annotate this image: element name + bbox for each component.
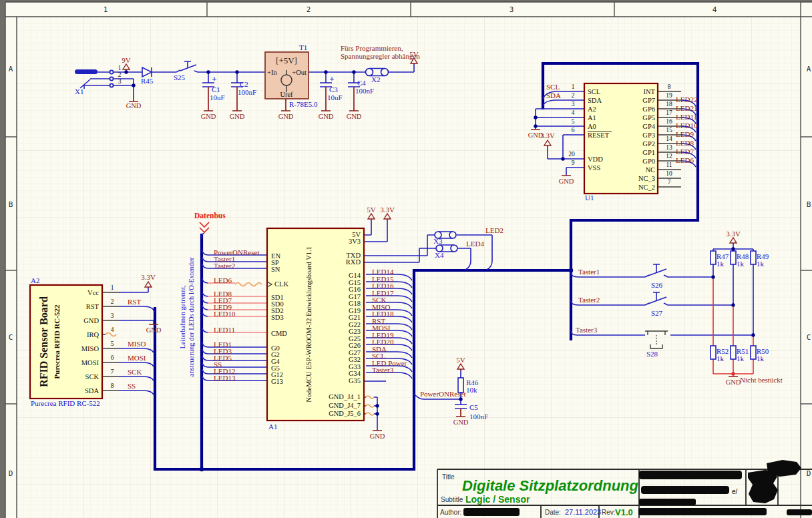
designator-s25[interactable]: S25 [174, 73, 186, 81]
gnd-rfid[interactable]: GND [146, 326, 162, 334]
netlabel-led11-u1[interactable]: LED11 [676, 113, 697, 121]
gnd-c3[interactable]: GND [319, 113, 334, 120]
netlabel-led4[interactable]: LED4 [466, 240, 484, 248]
netlabel-led6-u1[interactable]: LED6 [676, 156, 694, 164]
netlabel-mosi-rfid[interactable]: MOSI [128, 354, 146, 362]
netlabel-sck-rfid[interactable]: SCK [128, 368, 142, 376]
flag-5v-main[interactable]: 5V [409, 50, 419, 58]
designator-s26[interactable]: S26 [651, 281, 663, 289]
titleblock-date[interactable]: 27.11.2023 [565, 508, 601, 516]
designator-a2[interactable]: A2 [31, 276, 39, 284]
value-r50[interactable]: 1k [757, 354, 765, 362]
netlabel-led8-u1[interactable]: LED8 [676, 139, 694, 147]
designator-a1[interactable]: A1 [268, 423, 277, 431]
gnd-c1[interactable]: GND [201, 113, 216, 120]
value-r46[interactable]: 10k [466, 386, 477, 394]
value-r48[interactable]: 1k [737, 260, 745, 268]
designator-c1[interactable]: C1 [212, 85, 220, 93]
gnd-esp[interactable]: GND [370, 433, 385, 440]
netlabel-led2[interactable]: LED2 [485, 226, 503, 234]
designator-x4[interactable]: X4 [435, 251, 444, 259]
gnd-taster[interactable]: GND [726, 378, 741, 386]
flag-5v-r46[interactable]: 5V [456, 356, 465, 364]
designator-c2[interactable]: C2 [240, 80, 248, 88]
resistor-r52[interactable] [710, 346, 716, 359]
flag-3v3-taster[interactable]: 3.3V [726, 230, 741, 238]
designator-s28[interactable]: S28 [646, 350, 658, 358]
titleblock-rev[interactable]: V1.0 [615, 507, 633, 517]
note-programming-1[interactable]: Fürs Programmieren, [341, 44, 403, 52]
gnd-c4[interactable]: GND [347, 113, 362, 120]
designator-t1[interactable]: T1 [299, 43, 307, 51]
designator-x3[interactable]: X3 [433, 237, 443, 245]
netlabel-led10-u1[interactable]: LED10 [676, 121, 698, 130]
value-r52[interactable]: 1k [717, 354, 725, 362]
resistor-r50[interactable] [751, 346, 756, 359]
titleblock-title[interactable]: Digitale Sitzplatzordnung [462, 477, 639, 494]
note-datenbus[interactable]: Datenbus [194, 212, 226, 220]
note-nicht-bestueckt[interactable]: Nicht bestückt [740, 376, 783, 384]
gnd-u1-vss[interactable]: GND [559, 178, 574, 185]
titleblock-subtitle[interactable]: Logic / Sensor [465, 494, 530, 505]
resistor-r47[interactable] [710, 251, 716, 264]
u1-pin-a0: A0 [588, 123, 596, 130]
netlabel-sda[interactable]: SDA [546, 91, 561, 99]
netlabel-taster3-a1[interactable]: Taster3 [372, 366, 394, 374]
value-t1[interactable]: R-78E5.0 [289, 100, 318, 108]
value-r47[interactable]: 1k [717, 260, 725, 268]
netlabel-miso-rfid[interactable]: MISO [128, 340, 146, 348]
netlabel-led22[interactable]: LED22 [676, 95, 697, 103]
value-c3[interactable]: 10uF [327, 93, 343, 101]
designator-u1[interactable]: U1 [585, 194, 594, 202]
gnd-c5[interactable]: GND [453, 419, 469, 426]
titleblock-title-label: Title [442, 473, 455, 481]
flag-3v3-rfid[interactable]: 3.3V [141, 273, 156, 281]
netlabel-led13[interactable]: LED13 [214, 374, 236, 382]
netlabel-scl[interactable]: SCL [546, 83, 560, 91]
value-c2[interactable]: 100nF [238, 88, 256, 96]
designator-r45[interactable]: R45 [141, 77, 154, 85]
netlabel-rst-rfid[interactable]: RST [128, 298, 141, 306]
flag-3v3-esp[interactable]: 3.3V [380, 206, 395, 214]
titleblock-date-label: Date: [545, 509, 561, 516]
gnd-x1[interactable]: GND [126, 102, 142, 109]
gnd-t1[interactable]: GND [278, 113, 294, 120]
netlabel-taster1[interactable]: Taster1 [578, 268, 600, 276]
netlabel-led21[interactable]: LED21 [676, 104, 697, 112]
designator-c3[interactable]: C3 [329, 85, 338, 93]
netlabel-ss-rfid[interactable]: SS [128, 382, 136, 390]
note-programming-2[interactable]: Spannungsregler abhängen [341, 52, 420, 60]
netlabel-taster3[interactable]: Taster3 [576, 326, 598, 334]
schematic-sheet[interactable]: 1234ABCDABCD9VX1123R45S25+C110uFC2100nFT… [0, 0, 812, 518]
netlabel-taster2-a1[interactable]: Taster2 [214, 262, 235, 270]
flag-5v-esp[interactable]: 5V [367, 206, 376, 214]
value-a2[interactable]: Purecrea RFID RC-522 [31, 399, 100, 407]
note-leiterbahnen-1[interactable]: Leiterbahnen getrennt, [179, 285, 186, 348]
value-r49[interactable]: 1k [757, 260, 765, 268]
gnd-c2[interactable]: GND [230, 113, 245, 120]
netlabel-led10[interactable]: LED10 [214, 310, 236, 318]
netlabel-led6[interactable]: LED6 [214, 276, 232, 284]
designator-c4[interactable]: C4 [357, 79, 366, 87]
netlabel-poweronreset[interactable]: PowerONReset [420, 390, 465, 398]
value-c4[interactable]: 100nF [355, 87, 374, 95]
designator-c5[interactable]: C5 [469, 403, 478, 411]
flag-3v3-u1[interactable]: 3.3V [540, 132, 555, 140]
designator-x1[interactable]: X1 [75, 87, 83, 95]
netlabel-led7-u1[interactable]: LED7 [676, 148, 694, 156]
designator-s27[interactable]: S27 [651, 309, 663, 317]
value-r51[interactable]: 1k [737, 354, 745, 362]
a2-pn-2: 2 [111, 298, 114, 305]
netlabel-led11[interactable]: LED11 [214, 326, 235, 334]
resistor-r51[interactable] [731, 346, 736, 359]
value-c5[interactable]: 100nF [469, 413, 488, 421]
resistor-r49[interactable] [751, 251, 756, 264]
note-leiterbahnen-2[interactable]: ansteuerung der LEDs durch I/O-Extender [188, 257, 195, 376]
netlabel-taster2[interactable]: Taster2 [578, 296, 600, 304]
value-c1[interactable]: 10uF [210, 93, 225, 101]
flag-9v[interactable]: 9V [122, 56, 131, 64]
netlabel-led9-u1[interactable]: LED9 [676, 130, 694, 138]
designator-x2[interactable]: X2 [371, 75, 380, 83]
schematic-canvas[interactable]: 1234ABCDABCD9VX1123R45S25+C110uFC2100nFT… [0, 0, 812, 518]
resistor-r48[interactable] [731, 251, 736, 264]
